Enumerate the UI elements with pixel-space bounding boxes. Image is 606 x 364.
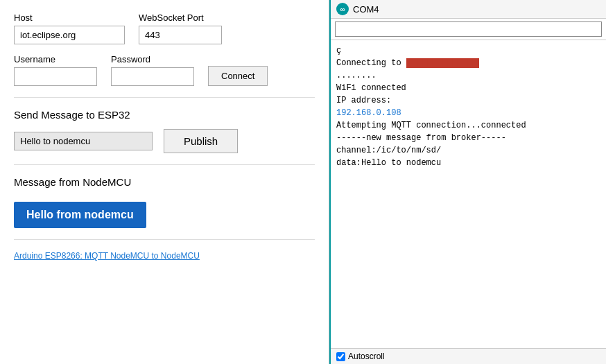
host-input[interactable] [14, 26, 125, 44]
divider-2 [14, 164, 315, 165]
port-group: WebSocket Port [139, 12, 222, 44]
port-input[interactable] [139, 26, 222, 44]
serial-line: Attempting MQTT connection...connected [336, 119, 600, 132]
port-label: WebSocket Port [139, 12, 222, 23]
password-label: Password [111, 54, 194, 64]
divider-3 [14, 239, 315, 240]
host-label: Host [14, 12, 125, 23]
host-group: Host [14, 12, 125, 44]
serial-line: data:Hello to nodemcu [336, 157, 600, 169]
redacted-text: ██████████████ [406, 58, 479, 68]
username-input[interactable] [14, 67, 97, 86]
serial-line: IP address: [336, 94, 600, 107]
credentials-row: Username Password Connect [14, 54, 315, 86]
host-port-row: Host WebSocket Port [14, 12, 315, 44]
autoscroll-text: Autoscroll [348, 352, 385, 361]
received-message-badge: Hello from nodemcu [14, 202, 146, 228]
send-section: Send Message to ESP32 Publish [14, 109, 315, 153]
received-section-title: Message from NodeMCU [14, 176, 315, 188]
connect-button[interactable]: Connect [208, 66, 268, 86]
message-input[interactable] [14, 132, 153, 150]
arduino-icon: ∞ [336, 3, 349, 15]
password-input[interactable] [111, 67, 194, 86]
main-layout: Host WebSocket Port Username Password Co… [0, 0, 606, 364]
left-panel: Host WebSocket Port Username Password Co… [0, 0, 329, 364]
serial-title: COM4 [353, 4, 379, 15]
publish-button[interactable]: Publish [164, 129, 238, 153]
serial-footer: Autoscroll [331, 348, 606, 364]
serial-text-input[interactable] [335, 21, 602, 37]
serial-input-row [331, 19, 606, 40]
username-group: Username [14, 54, 97, 86]
message-row: Publish [14, 129, 315, 153]
serial-line: Connecting to ██████████████ [336, 57, 600, 69]
password-group: Password [111, 54, 194, 86]
serial-output: ç Connecting to ██████████████ ........ … [331, 40, 606, 348]
serial-line: ------new message from broker----- [336, 132, 600, 144]
received-section: Message from NodeMCU Hello from nodemcu [14, 176, 315, 228]
serial-ip-line: 192.168.0.108 [336, 107, 600, 119]
send-section-title: Send Message to ESP32 [14, 109, 315, 121]
serial-line: ç [336, 44, 600, 57]
serial-header: ∞ COM4 [331, 0, 606, 19]
divider-1 [14, 97, 315, 98]
connect-group: Connect [208, 54, 268, 86]
autoscroll-checkbox[interactable] [336, 352, 345, 361]
serial-monitor-panel: ∞ COM4 ç Connecting to ██████████████ ..… [329, 0, 606, 364]
serial-line: channel:/ic/to/nm/sd/ [336, 144, 600, 157]
autoscroll-label: Autoscroll [336, 352, 385, 361]
serial-line: WiFi connected [336, 82, 600, 94]
serial-line: ........ [336, 69, 600, 82]
bottom-link[interactable]: Arduino ESP8266: MQTT NodeMCU to NodeMCU [14, 251, 315, 261]
username-label: Username [14, 54, 97, 64]
